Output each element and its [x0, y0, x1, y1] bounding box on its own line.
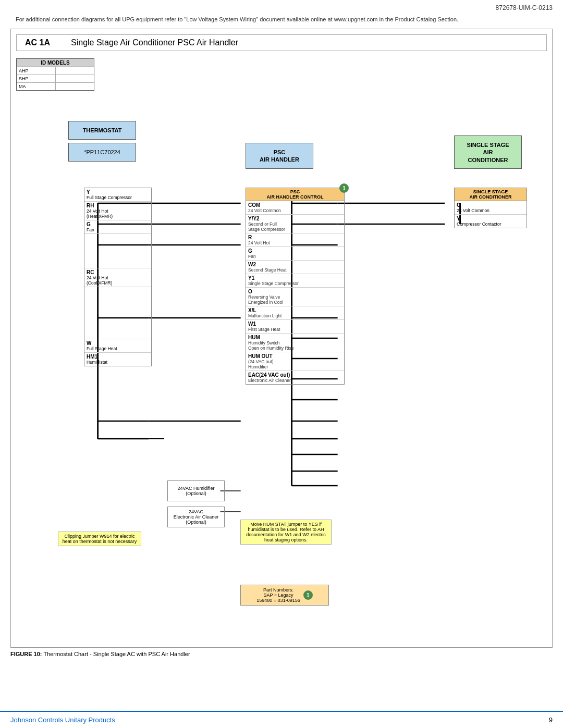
pp11-box: *PP11C70224: [68, 143, 136, 162]
ac-row-c: C 24 Volt Common: [455, 201, 527, 215]
control-block: PSCAIR HANDLER CONTROL 1 COM 24 Volt Com…: [246, 188, 345, 385]
therm-rows: Y Full Stage Compressor RH 24 Volt Hot(H…: [84, 188, 152, 366]
control-row-com: COM 24 Volt Common: [246, 201, 344, 215]
control-row-w1: W1 First Stage Heat: [246, 320, 344, 334]
id-models-cell-shp: SHP: [17, 75, 56, 82]
diagram-container: AC 1A Single Stage Air Conditioner PSC A…: [10, 29, 553, 648]
note-yellow-1: Clipping Jumper W914 for electric heat o…: [58, 532, 141, 546]
psc-ah-box: PSCAIR HANDLER: [246, 143, 313, 169]
therm-row-rh: RH 24 Volt Hot(Heat XFMR): [84, 202, 151, 220]
humidifier-label: 24VAC Humidifier(Optional): [178, 486, 215, 496]
control-row-r: R 24 Volt Hot: [246, 233, 344, 247]
note1-text: Clipping Jumper W914 for electric heat o…: [63, 534, 137, 544]
id-models-row-3: MA: [17, 83, 94, 90]
control-row-g: G Fan: [246, 247, 344, 261]
intro-paragraph: For additional connection diagrams for a…: [16, 16, 458, 22]
doc-number: 872678-UIM-C-0213: [496, 4, 553, 11]
diagram-title-text: Single Stage Air Conditioner PSC Air Han…: [71, 38, 238, 47]
id-models-cell-ahp-val: [56, 67, 94, 75]
eac-label: 24VACElectronic Air Cleaner(Optional): [174, 509, 219, 525]
psc-ah-label: PSCAIR HANDLER: [260, 149, 299, 164]
footer-bar: Johnson Controls Unitary Products 9: [0, 711, 563, 728]
id-models-box: ID MODELS AHP SHP MA: [16, 58, 94, 91]
id-models-cell-ahp: AHP: [17, 67, 56, 75]
control-row-hum: HUM Humidity SwitchOpen on Humidity Rise: [246, 334, 344, 352]
therm-row-empty1: [84, 234, 151, 268]
control-row-humout: HUM OUT (24 VAC out)Humidifier: [246, 352, 344, 371]
control-row-eac: EAC(24 VAC out) Electronic Air Cleaner: [246, 371, 344, 384]
badge-1: 1: [339, 183, 349, 193]
intro-text: For additional connection diagrams for a…: [0, 14, 563, 29]
id-models-cell-shp-val: [56, 75, 94, 82]
therm-row-y: Y Full Stage Compressor: [84, 188, 151, 202]
pp11-label: *PP11C70224: [84, 149, 120, 156]
part-numbers-box: Part Numbers:SAP = Legacy159480 = 031-09…: [240, 585, 329, 606]
humidifier-box: 24VAC Humidifier(Optional): [167, 480, 225, 501]
control-row-yy2: Y/Y2 Second or FullStage Compressor: [246, 215, 344, 233]
badge-2: 1: [303, 590, 313, 600]
thermostat-label: THERMOSTAT: [83, 127, 122, 134]
note2-text: Move HUM STAT jumper to YES if humidista…: [246, 522, 326, 542]
control-block-header: PSCAIR HANDLER CONTROL 1: [246, 188, 345, 201]
id-models-row-2: SHP: [17, 75, 94, 83]
therm-row-empty2: [84, 287, 151, 339]
diagram-body: THERMOSTAT *PP11C70224 ID MODELS AHP SHP: [16, 58, 547, 642]
control-row-xl: X/L Malfunction Light: [246, 306, 344, 320]
figure-caption: FIGURE 10: Thermostat Chart - Single Sta…: [0, 648, 563, 662]
therm-row-g: G Fan: [84, 220, 151, 234]
therm-row-w: W Full Stage Heat: [84, 339, 151, 353]
id-models-cell-ma: MA: [17, 83, 56, 90]
id-models-header: ID MODELS: [17, 59, 94, 67]
ac-rows: C 24 Volt Common Y Compressor Contactor: [454, 201, 527, 228]
id-models-cell-ma-val: [56, 83, 94, 90]
control-rows: COM 24 Volt Common Y/Y2 Second or FullSt…: [246, 201, 345, 385]
footer-page: 9: [549, 716, 553, 724]
eac-box: 24VACElectronic Air Cleaner(Optional): [167, 507, 225, 527]
ac-row-y: Y Compressor Contactor: [455, 215, 527, 228]
therm-row-rc: RC 24 Volt Hot(Cool XFMR): [84, 268, 151, 287]
control-row-w2: W2 Second Stage Heat: [246, 261, 344, 274]
footer-company: Johnson Controls Unitary Products: [10, 716, 115, 724]
therm-row-hm1: HM1 Humidistat: [84, 353, 151, 366]
thermostat-box: THERMOSTAT: [68, 121, 136, 140]
part-numbers-text: Part Numbers:SAP = Legacy159480 = 031-09…: [256, 587, 300, 603]
control-row-o: O Reversing ValveEnergized in Cool: [246, 288, 344, 306]
figure-label: FIGURE 10:: [10, 651, 42, 657]
id-models-row: AHP: [17, 67, 94, 75]
ac-block-header: SINGLE STAGEAIR CONDITIONER: [454, 188, 527, 201]
single-stage-ac-label: SINGLE STAGEAIRCONDITIONER: [467, 141, 509, 164]
therm-terminal-block: Y Full Stage Compressor RH 24 Volt Hot(H…: [84, 188, 152, 366]
ac-right-block: SINGLE STAGEAIR CONDITIONER C 24 Volt Co…: [454, 188, 527, 228]
diagram-title-ac: AC 1A: [25, 38, 50, 47]
control-row-y1: Y1 Single Stage Compressor: [246, 274, 344, 288]
single-stage-ac-box: SINGLE STAGEAIRCONDITIONER: [454, 135, 522, 169]
figure-caption-text: Thermostat Chart - Single Stage AC with …: [43, 651, 190, 657]
header-bar: 872678-UIM-C-0213: [0, 0, 563, 14]
note-yellow-2: Move HUM STAT jumper to YES if humidista…: [240, 520, 332, 545]
diagram-title: AC 1A Single Stage Air Conditioner PSC A…: [16, 34, 547, 51]
page-container: 872678-UIM-C-0213 For additional connect…: [0, 0, 563, 728]
